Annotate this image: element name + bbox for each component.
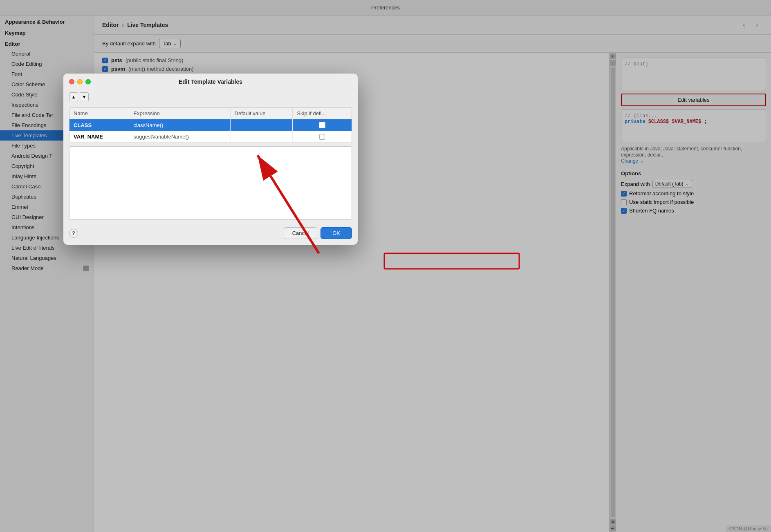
- modal-title: Edit Template Variables: [179, 78, 242, 85]
- col-default: Default value: [230, 108, 293, 119]
- move-up-button[interactable]: ▲: [69, 92, 78, 101]
- modal-dialog: Edit Template Variables ▲ ▼ Name Express…: [63, 74, 358, 245]
- col-skip: Skip if defi...: [293, 108, 352, 119]
- row-class-skip: [293, 119, 352, 131]
- table-row-class[interactable]: CLASS className(): [69, 119, 352, 131]
- row-class-expression: className(): [129, 119, 230, 131]
- col-expression: Expression: [129, 108, 230, 119]
- skip-checkbox-class[interactable]: [319, 122, 325, 128]
- move-down-button[interactable]: ▼: [80, 92, 89, 101]
- table-row-var-name[interactable]: VAR_NAME suggestVariableName(): [69, 131, 352, 143]
- modal-table-wrapper: Name Expression Default value Skip if de…: [69, 107, 352, 143]
- modal-footer: ? Cancel OK: [63, 223, 358, 245]
- ok-button[interactable]: OK: [321, 227, 352, 239]
- modal-titlebar: Edit Template Variables: [63, 74, 358, 90]
- help-button[interactable]: ?: [69, 229, 78, 238]
- minimize-button[interactable]: [77, 79, 83, 85]
- row-varname-name: VAR_NAME: [69, 131, 129, 143]
- modal-toolbar: ▲ ▼: [63, 90, 358, 104]
- col-name: Name: [69, 108, 129, 119]
- row-varname-skip: [293, 131, 352, 143]
- modal-traffic-lights: [69, 79, 91, 85]
- zoom-button[interactable]: [85, 79, 91, 85]
- modal-action-buttons: Cancel OK: [284, 227, 352, 239]
- row-varname-expression: suggestVariableName(): [129, 131, 230, 143]
- cancel-button[interactable]: Cancel: [284, 227, 317, 239]
- modal-empty-area: [69, 146, 352, 220]
- modal-table: Name Expression Default value Skip if de…: [69, 108, 352, 143]
- close-button[interactable]: [69, 79, 74, 85]
- row-class-name: CLASS: [69, 119, 129, 131]
- row-class-default: [230, 119, 293, 131]
- row-varname-default: [230, 131, 293, 143]
- skip-checkbox-varname[interactable]: [319, 134, 325, 140]
